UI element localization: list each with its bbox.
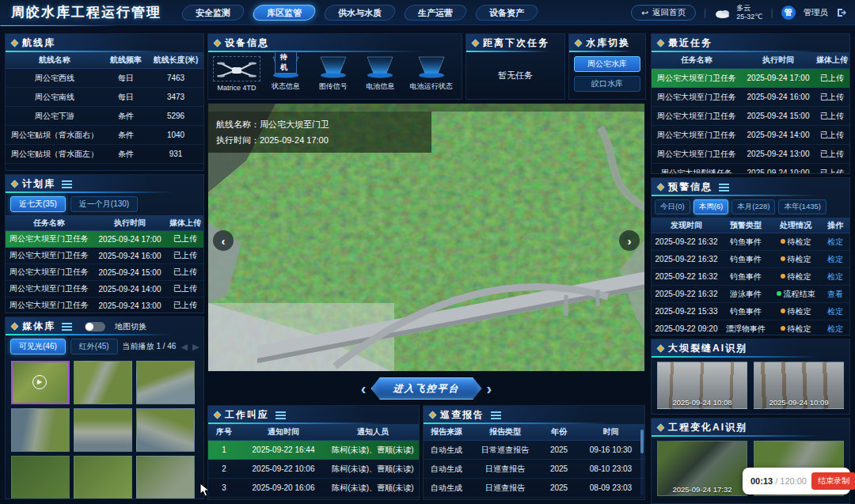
device-battery-status-block[interactable]: 电池运行状态: [405, 55, 457, 92]
filter-icon[interactable]: [62, 323, 72, 331]
plans-table: 任务名称执行时间媒体上传周公宅大坝至门卫任务2025-09-24 17:00已上…: [6, 215, 203, 313]
tab[interactable]: 本周(6): [694, 199, 729, 214]
table-row[interactable]: 周公宅贴坝（背水面右）条件1040: [6, 126, 203, 145]
action-link[interactable]: 检定: [821, 306, 849, 317]
table-row[interactable]: 12025-09-22 16:44陈柯(未读)、曹顺(未读): [208, 441, 419, 460]
media-thumbnail[interactable]: [74, 408, 132, 452]
media-thumbnail[interactable]: [136, 456, 195, 499]
panel-plan-library: 计划库 近七天(35)近一个月(130) 任务名称执行时间媒体上传周公宅大坝至门…: [5, 174, 204, 313]
device-signal-block[interactable]: 图传信号: [311, 55, 355, 92]
table-row[interactable]: 周公宅大坝至门卫任务2025-09-24 14:00已上传: [6, 281, 203, 297]
filter-icon[interactable]: [491, 411, 501, 419]
tab[interactable]: 安全监测: [180, 5, 246, 21]
reservoir-option-jiaokou[interactable]: 皎口水库: [574, 76, 640, 92]
table-row[interactable]: 周公宅大坝至门卫任务2025-09-24 17:00已上传: [652, 69, 849, 88]
table-row[interactable]: 2025-09-22 16:32钓鱼事件待检定检定: [652, 233, 849, 251]
panel-route-library: 航线库 航线名称航线频率航线长度(米)周公宅西线每日7463周公宅南线每日347…: [5, 33, 204, 171]
inspection-reports-table: 报告来源报告类型年份时间自动生成日常巡查报告202509-16 10:30自动生…: [424, 424, 644, 498]
table-row[interactable]: 自动生成日巡查报告202508-10 23:03: [424, 460, 644, 479]
table-row[interactable]: 周公宅大坝至门卫任务2025-09-24 13:00已上传: [652, 145, 849, 164]
device-battery-block[interactable]: 电池信息: [359, 55, 403, 92]
prev-page-icon[interactable]: ◀: [180, 342, 187, 352]
crack-image[interactable]: 2025-09-24 10:09: [754, 362, 844, 409]
action-link[interactable]: 检定: [821, 271, 849, 282]
media-thumbnail[interactable]: [136, 361, 195, 404]
action-link[interactable]: 查看: [821, 289, 849, 300]
device-row: Matrice 4TD 待机 状态信息 图传信号: [208, 52, 462, 96]
panel-title: 工作叫应: [225, 408, 269, 422]
table-row[interactable]: 2025-09-22 16:32游泳事件流程结束查看: [652, 286, 849, 303]
back-home-button[interactable]: ↩ 返回首页: [631, 5, 696, 21]
tab[interactable]: 供水与水质: [323, 5, 397, 21]
table-row[interactable]: 周公宅大坝至门卫任务2025-09-24 14:00已上传: [652, 126, 849, 145]
tab[interactable]: 近七天(35): [10, 196, 66, 212]
exec-time-value: 2025-09-24 17:00: [260, 135, 329, 145]
image-timestamp: 2025-09-24 10:09: [754, 398, 843, 407]
table-row[interactable]: 周公宅下游条件5296: [6, 107, 203, 126]
media-thumbnail[interactable]: [74, 456, 132, 499]
table-row[interactable]: 自动生成日常巡查报告202509-16 10:30: [424, 441, 644, 460]
table-header-row: 报告来源报告类型年份时间: [424, 424, 644, 441]
table-row[interactable]: 2025-09-22 16:32钓鱼事件待检定检定: [652, 268, 849, 286]
tab[interactable]: 今日(0): [655, 199, 690, 214]
tab[interactable]: 设备资产: [474, 5, 540, 21]
tab[interactable]: 本年(1435): [778, 199, 826, 214]
recent-tasks-table: 任务名称执行时间媒体上传周公宅大坝至门卫任务2025-09-24 17:00已上…: [652, 52, 849, 174]
next-page-icon[interactable]: ▶: [192, 342, 199, 352]
action-link[interactable]: 检定: [821, 324, 849, 335]
enter-flight-platform-button[interactable]: 进入飞控平台: [371, 377, 482, 400]
reservoir-option-zhougongzhai[interactable]: 周公宅水库: [574, 56, 640, 72]
tab[interactable]: 近一个月(130): [70, 196, 138, 212]
table-row[interactable]: 自动生成日巡查报告202508-09 23:03: [424, 479, 644, 498]
media-thumbnail[interactable]: [74, 361, 132, 404]
video-prev-button[interactable]: ‹: [213, 230, 234, 251]
table-row[interactable]: 2025-09-22 15:33钓鱼事件待检定检定: [652, 303, 849, 320]
media-thumbnails: ▶: [6, 358, 203, 499]
filter-icon[interactable]: [276, 411, 286, 419]
weather-condition: 多云: [736, 4, 762, 13]
crack-image[interactable]: 2025-09-24 10:08: [657, 362, 747, 409]
tab[interactable]: 库区监管: [252, 5, 317, 21]
change-image[interactable]: 2025-09-24 17:32: [657, 441, 747, 496]
table-row[interactable]: 周公宅大坝至门卫任务2025-09-24 16:00已上传: [652, 88, 849, 107]
table-row[interactable]: 周公宅大坝至门卫任务2025-09-24 15:00已上传: [652, 107, 849, 126]
drone-video-feed[interactable]: 航线名称：周公宅大坝至门卫 执行时间：2025-09-24 17:00 ‹ ›: [207, 103, 645, 372]
table-row[interactable]: 周公宅大坝至门卫任务2025-09-24 17:00已上传: [6, 231, 203, 248]
map-toggle[interactable]: [85, 322, 105, 332]
tab[interactable]: 红外(45): [70, 339, 118, 354]
filter-icon[interactable]: [62, 180, 72, 188]
table-row[interactable]: 周公宅贴坝（背水面左）条件931: [6, 145, 203, 164]
tab[interactable]: 本月(228): [732, 199, 775, 214]
media-thumbnail[interactable]: [11, 408, 70, 452]
table-row[interactable]: 2025-09-22 16:32钓鱼事件待检定检定: [652, 251, 849, 268]
action-link[interactable]: 检定: [821, 237, 849, 248]
tab[interactable]: 可见光(46): [10, 339, 66, 354]
alerts-table: 发现时间预警类型处理情况操作2025-09-22 16:32钓鱼事件待检定检定2…: [652, 218, 849, 335]
video-next-button[interactable]: ›: [619, 230, 640, 251]
panel-title: 媒体库: [22, 320, 55, 333]
tab[interactable]: 生产运营: [403, 5, 469, 21]
table-row[interactable]: 32025-09-20 16:06陈柯(未读)、曹顺(未读): [208, 479, 419, 498]
action-link[interactable]: 检定: [821, 254, 849, 265]
video-info-overlay: 航线名称：周公宅大坝至门卫 执行时间：2025-09-24 17:00: [208, 112, 431, 153]
table-row[interactable]: 周公宅大坝至门卫任务2025-09-24 16:00已上传: [6, 248, 203, 264]
logout-icon[interactable]: [836, 7, 847, 18]
filter-icon[interactable]: [719, 184, 729, 191]
table-row[interactable]: 周公宅西线每日7463: [6, 69, 203, 88]
table-row[interactable]: 周公宅大坝至门卫任务2025-09-24 15:00已上传: [6, 264, 203, 281]
table-row[interactable]: 周公宅南线每日3473: [6, 88, 203, 107]
media-thumbnail[interactable]: ▶: [11, 361, 70, 404]
table-row[interactable]: 周公宅大坝裂缝任务2025-09-24 10:00已上传: [652, 164, 849, 174]
device-status-block[interactable]: 待机 状态信息: [264, 55, 308, 92]
enter-flight-platform-wrap: ‹ 进入飞控平台 ›: [354, 377, 499, 400]
table-row[interactable]: 周公宅大坝至门卫任务2025-09-24 13:00已上传: [6, 297, 203, 313]
cloud-icon: [714, 7, 732, 18]
table-row[interactable]: 22025-09-22 10:06陈柯(未读)、曹顺(未读): [208, 460, 419, 479]
scrollbar[interactable]: [640, 428, 644, 496]
stop-recording-button[interactable]: 结束录制: [811, 472, 855, 490]
media-thumbnail[interactable]: [136, 408, 195, 452]
media-thumbnail[interactable]: [11, 456, 70, 499]
table-row[interactable]: 2025-09-22 09:20漂浮物事件待检定检定: [652, 320, 849, 335]
media-bar: 可见光(46)红外(45) 当前播放 1 / 46 ◀ ▶: [6, 335, 203, 358]
user-avatar[interactable]: 管: [781, 6, 796, 20]
